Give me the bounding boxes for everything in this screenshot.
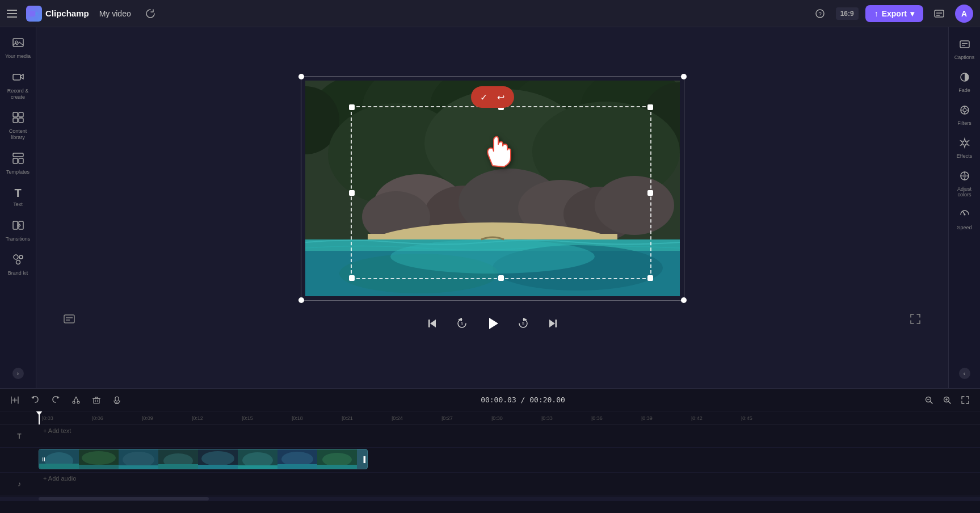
zoom-in-button[interactable]	[939, 392, 955, 408]
aspect-ratio-badge: 16:9	[836, 7, 859, 20]
svg-point-76	[77, 401, 79, 403]
speed-icon	[959, 209, 970, 223]
sidebar-expand-button[interactable]: ›	[12, 368, 24, 379]
text-track-row: T + Add text	[0, 425, 980, 448]
right-sidebar-item-effects[interactable]: Effects	[951, 133, 978, 163]
rewind-5s-button[interactable]: 5	[452, 313, 472, 334]
right-sidebar-item-filters[interactable]: Filters	[951, 100, 978, 131]
skip-to-end-button[interactable]	[542, 313, 563, 334]
svg-point-106	[201, 451, 234, 466]
forward-5s-button[interactable]: 5	[513, 313, 533, 334]
text-track-content[interactable]: + Add text	[39, 425, 980, 447]
export-chevron: ▾	[910, 9, 914, 18]
redo-button[interactable]	[48, 392, 64, 408]
svg-rect-107	[198, 465, 238, 469]
svg-rect-110	[238, 465, 277, 469]
undo-button[interactable]	[27, 392, 43, 408]
sidebar-item-your-media[interactable]: Your media	[2, 32, 34, 64]
ruler-mark-036: |0:36	[591, 415, 641, 421]
scrollbar-thumb[interactable]	[39, 497, 209, 501]
handle-top-right[interactable]	[681, 74, 687, 79]
ruler-mark-012: |0:12	[192, 415, 242, 421]
timeline-scrollbar[interactable]	[0, 497, 980, 501]
svg-rect-52	[428, 319, 430, 327]
svg-rect-15	[13, 158, 18, 163]
captions-btn-top[interactable]	[930, 5, 948, 23]
sidebar-item-brand-kit[interactable]: Brand kit	[2, 249, 34, 281]
svg-line-77	[74, 397, 76, 402]
svg-rect-104	[158, 464, 198, 469]
audio-track-content[interactable]: + Add audio	[39, 473, 980, 495]
caption-toggle-button[interactable]	[59, 309, 79, 329]
right-sidebar-item-captions[interactable]: Captions	[951, 34, 978, 65]
help-icon[interactable]: ?	[811, 5, 829, 23]
handle-top-left[interactable]	[298, 74, 304, 79]
clip-pause-indicator: ⏸	[41, 456, 47, 462]
project-name[interactable]: My video	[95, 7, 136, 20]
ruler-mark-030: |0:30	[491, 415, 541, 421]
audio-track-icon: ♪	[18, 480, 21, 488]
svg-rect-79	[94, 398, 99, 403]
svg-text:?: ?	[818, 11, 822, 17]
content-library-icon	[12, 111, 24, 127]
play-pause-button[interactable]	[481, 312, 504, 335]
crop-cancel-button[interactable]: ↩	[493, 89, 510, 106]
right-sidebar-label-captions: Captions	[954, 54, 975, 60]
svg-marker-58	[549, 319, 555, 327]
right-sidebar-item-fade[interactable]: Fade	[951, 67, 978, 98]
menu-button[interactable]	[7, 7, 20, 20]
sidebar-item-record-create[interactable]: Record & create	[2, 66, 34, 105]
sidebar-item-content-library[interactable]: Content library	[2, 107, 34, 145]
user-avatar[interactable]: A	[955, 5, 973, 23]
video-container: ✓ ↩	[305, 81, 680, 296]
app-logo-icon	[26, 6, 42, 22]
add-audio-button[interactable]: + Add audio	[39, 473, 81, 484]
svg-rect-113	[277, 464, 317, 469]
cut-button[interactable]	[68, 392, 84, 408]
audio-record-button[interactable]	[109, 392, 125, 408]
export-button[interactable]: ↑ Export ▾	[865, 5, 923, 22]
svg-point-71	[963, 174, 966, 178]
svg-rect-60	[960, 41, 969, 48]
timeline-playhead[interactable]	[39, 411, 40, 424]
svg-rect-83	[115, 397, 119, 401]
right-sidebar-item-speed[interactable]: Speed	[951, 204, 978, 235]
svg-point-20	[19, 255, 23, 259]
ruler-mark-033: |0:33	[541, 415, 591, 421]
crop-confirm-button[interactable]: ✓	[476, 89, 493, 106]
expand-timeline-button[interactable]	[957, 392, 973, 408]
snap-button[interactable]	[7, 392, 23, 408]
skip-to-start-button[interactable]	[422, 313, 443, 334]
zoom-out-button[interactable]	[921, 392, 937, 408]
topbar-left: Clipchamp My video	[7, 5, 804, 23]
right-sidebar-label-effects: Effects	[957, 153, 972, 159]
clip-thumb-7	[277, 449, 317, 469]
svg-rect-4	[935, 10, 944, 17]
your-media-icon	[12, 36, 24, 52]
ruler-mark-039: |0:39	[641, 415, 691, 421]
topbar: Clipchamp My video ? 16:9 ↑ Export ▾	[0, 0, 980, 27]
brand-kit-icon	[12, 253, 24, 268]
handle-bottom-right[interactable]	[681, 297, 687, 303]
add-text-button[interactable]: + Add text	[39, 425, 75, 436]
sidebar-item-text[interactable]: T Text	[2, 182, 34, 212]
svg-text:5: 5	[522, 322, 524, 326]
sidebar-item-templates[interactable]: Templates	[2, 148, 34, 180]
fullscreen-button[interactable]	[905, 309, 926, 329]
handle-bottom-left[interactable]	[298, 297, 304, 303]
ruler-mark-027: |0:27	[441, 415, 491, 421]
ruler-marks: |0:03 |0:06 |0:09 |0:12 |0:15 |0:18 |0:2…	[39, 415, 980, 421]
timeline-time-display: 00:00.03 / 00:20.00	[129, 396, 916, 404]
right-sidebar-label-adjust-colors: Adjust colors	[957, 186, 971, 197]
video-clip[interactable]: ⏸	[39, 449, 368, 469]
ruler-mark-009: |0:09	[142, 415, 192, 421]
playback-center-controls: 5 5	[48, 312, 937, 335]
svg-rect-13	[19, 118, 23, 123]
svg-point-19	[14, 255, 18, 259]
sidebar-item-transitions[interactable]: Transitions	[2, 215, 34, 247]
app-name: Clipchamp	[45, 9, 89, 18]
record-icon	[12, 71, 24, 86]
delete-button[interactable]	[89, 392, 104, 408]
right-sidebar-collapse-button[interactable]: ‹	[959, 368, 970, 379]
right-sidebar-item-adjust-colors[interactable]: Adjust colors	[951, 166, 978, 202]
